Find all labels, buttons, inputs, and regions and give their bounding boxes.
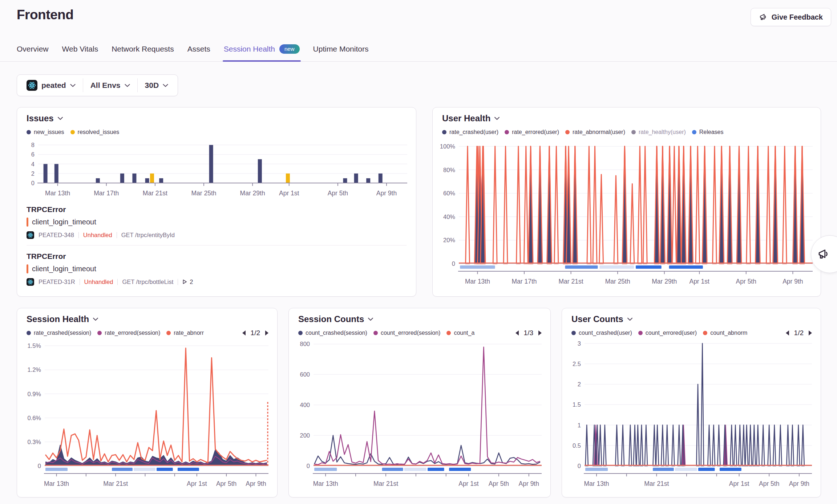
series-dot [298, 331, 303, 335]
user-health-chart[interactable]: 020%40%60%80%100%Mar 13thMar 17thMar 21s… [436, 137, 817, 290]
user-counts-legend: count_crashed(user) count_errored(user) … [571, 329, 777, 337]
svg-text:Mar 29th: Mar 29th [652, 278, 677, 285]
legend-item[interactable]: rate_abnormal(user) [565, 129, 625, 135]
pager-next-icon[interactable] [264, 330, 269, 336]
chevron-down-icon [57, 117, 63, 120]
issue-list: TRPCError client_login_timeout PEATED-34… [27, 205, 407, 286]
date-range-filter[interactable]: 30D [138, 79, 176, 92]
tab-uptime-monitors[interactable]: Uptime Monitors [313, 36, 369, 61]
pager-prev-icon[interactable] [242, 330, 246, 336]
issue-row[interactable]: TRPCError client_login_timeout PEATED-31… [27, 252, 407, 286]
series-dot [27, 331, 31, 335]
legend-item[interactable]: rate_crashed(user) [442, 129, 498, 135]
svg-text:Apr 1st: Apr 1st [279, 190, 299, 197]
svg-text:Mar 13th: Mar 13th [584, 480, 609, 487]
issue-short-id: PEATED-348 [39, 232, 74, 239]
legend-item[interactable]: resolved_issues [70, 129, 120, 135]
pager-next-icon[interactable] [538, 330, 542, 336]
react-project-icon [27, 80, 37, 91]
session-counts-chart[interactable]: 0200400600800Mar 13thMar 21stApr 1stApr … [292, 337, 547, 493]
legend-item[interactable]: count_a [446, 330, 474, 336]
svg-text:0: 0 [578, 463, 581, 469]
legend-item[interactable]: new_issues [27, 129, 64, 135]
svg-text:Mar 17th: Mar 17th [94, 190, 119, 197]
series-dot [442, 130, 446, 134]
svg-text:3: 3 [578, 340, 581, 347]
issue-title-link[interactable]: TRPCError [27, 252, 407, 261]
series-dot [565, 130, 570, 134]
session-health-panel-menu[interactable]: Session Health [27, 314, 98, 324]
svg-text:6: 6 [31, 151, 35, 158]
legend-item[interactable]: rate_errored(session) [97, 330, 160, 336]
tab-overview[interactable]: Overview [17, 36, 49, 61]
pager-prev-icon[interactable] [785, 330, 790, 336]
issues-bar-chart[interactable]: 02468Mar 13thMar 17thMar 21stMar 25thMar… [21, 138, 412, 200]
svg-text:Apr 9th: Apr 9th [376, 190, 397, 197]
issue-short-id: PEATED-31R [39, 279, 75, 285]
svg-text:Mar 25th: Mar 25th [191, 190, 216, 197]
svg-text:Apr 5th: Apr 5th [328, 190, 348, 197]
date-range-value: 30D [145, 81, 159, 90]
svg-text:2.5: 2.5 [573, 361, 581, 367]
issue-title-link[interactable]: TRPCError [27, 205, 407, 214]
replay-count-link[interactable]: 2 [182, 279, 193, 285]
tab-assets[interactable]: Assets [187, 36, 210, 61]
user-counts-panel-title: User Counts [571, 314, 623, 324]
svg-text:1.2%: 1.2% [27, 366, 41, 373]
issue-transaction: GET /trpc/entityById [121, 232, 175, 239]
tab-web-vitals[interactable]: Web Vitals [62, 36, 98, 61]
legend-item[interactable]: count_crashed(session) [298, 330, 367, 336]
pager-next-icon[interactable] [808, 330, 813, 336]
svg-text:Mar 13th: Mar 13th [465, 278, 490, 285]
user-health-panel-menu[interactable]: User Health [442, 113, 500, 123]
svg-text:0.5: 0.5 [573, 442, 581, 449]
issues-panel-menu[interactable]: Issues [27, 113, 63, 123]
svg-text:Apr 9th: Apr 9th [789, 480, 809, 487]
environment-filter[interactable]: All Envs [83, 79, 137, 92]
session-health-chart[interactable]: 00.3%0.6%0.9%1.2%1.5%Mar 13thMar 21stApr… [21, 337, 274, 493]
series-dot [638, 331, 643, 335]
legend-item[interactable]: rate_abnorr [166, 330, 204, 336]
legend-item[interactable]: count_abnorm [703, 330, 747, 336]
legend-item[interactable]: count_crashed(user) [571, 330, 632, 336]
user-counts-panel-menu[interactable]: User Counts [571, 314, 633, 324]
svg-text:Apr 1st: Apr 1st [689, 278, 709, 285]
issue-row[interactable]: TRPCError client_login_timeout PEATED-34… [27, 205, 407, 239]
user-counts-chart[interactable]: 00.511.522.53Mar 13thMar 21stApr 1stApr … [566, 337, 817, 493]
megaphone-icon [759, 13, 768, 21]
tab-network-requests[interactable]: Network Requests [112, 36, 174, 61]
svg-text:0: 0 [31, 180, 35, 186]
svg-text:Mar 21st: Mar 21st [103, 480, 128, 487]
svg-text:80%: 80% [443, 167, 455, 173]
give-feedback-label: Give Feedback [772, 13, 823, 21]
svg-text:Mar 21st: Mar 21st [644, 480, 669, 487]
legend-item[interactable]: rate_errored(user) [505, 129, 559, 135]
legend-item[interactable]: rate_healthy(user) [631, 129, 686, 135]
error-level-bar [27, 264, 28, 273]
session-counts-panel: Session Counts count_crashed(session) co… [288, 308, 551, 497]
svg-text:Apr 5th: Apr 5th [736, 278, 756, 285]
svg-text:1: 1 [578, 422, 581, 428]
chevron-down-icon [125, 84, 130, 87]
tab-session-health[interactable]: Session Health new [224, 36, 300, 61]
meta-divider [80, 279, 80, 285]
pager-prev-icon[interactable] [515, 330, 519, 336]
pager-label: 1/2 [794, 329, 804, 337]
svg-text:40%: 40% [443, 214, 455, 220]
legend-item[interactable]: count_errored(session) [373, 330, 441, 336]
session-counts-panel-menu[interactable]: Session Counts [298, 314, 373, 324]
svg-text:1.5: 1.5 [573, 401, 581, 408]
give-feedback-button[interactable]: Give Feedback [751, 8, 831, 26]
environment-filter-value: All Envs [90, 81, 121, 90]
error-level-bar [27, 218, 28, 227]
svg-text:600: 600 [300, 371, 310, 378]
meta-divider [78, 232, 79, 238]
project-filter[interactable]: peated [19, 79, 83, 92]
legend-item[interactable]: Releases [692, 129, 724, 135]
new-badge: new [279, 44, 300, 54]
legend-item[interactable]: rate_crashed(session) [27, 330, 91, 336]
svg-text:60%: 60% [443, 190, 455, 196]
user-health-legend: rate_crashed(user) rate_errored(user) ra… [442, 128, 811, 136]
legend-item[interactable]: count_errored(user) [638, 330, 697, 336]
svg-text:20%: 20% [443, 237, 455, 243]
